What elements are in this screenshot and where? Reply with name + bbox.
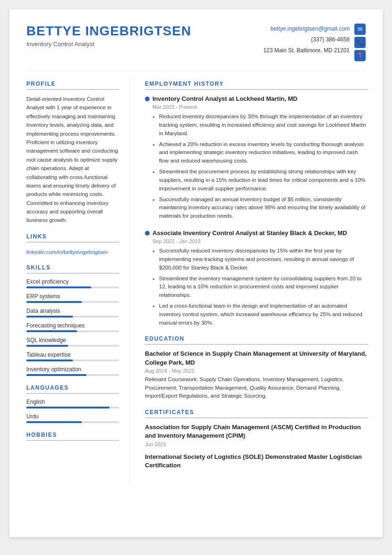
job-bullet: Successfully reduced inventory discrepan… <box>159 247 368 272</box>
cert-title: Association for Supply Chain Management … <box>145 423 368 440</box>
header-right: bettye.ingebrigtsen@gmail.com (337) 386-… <box>264 24 366 61</box>
skill-item: Excel proficiency <box>26 278 119 288</box>
skill-bar-bg <box>26 286 119 288</box>
education-item: Bachelor of Science in Supply Chain Mana… <box>145 350 368 400</box>
skill-bar-bg <box>26 330 119 332</box>
skill-bar-bg <box>26 301 119 303</box>
education-list: Bachelor of Science in Supply Chain Mana… <box>145 350 368 400</box>
left-column: PROFILE Detail-oriented Inventory Contro… <box>9 76 131 485</box>
skill-bar-bg <box>26 345 119 347</box>
skill-name: Inventory optimization <box>26 366 119 373</box>
job-title: Inventory Control Analyst at Lockheed Ma… <box>152 95 368 103</box>
job-dates: Mar 2023 - Present <box>152 104 368 110</box>
job-bullet: Led a cross-functional team in the desig… <box>159 302 368 327</box>
language-name: Urdu <box>26 413 119 420</box>
skill-bar-fill <box>26 359 73 361</box>
language-bar-bg <box>26 407 119 408</box>
email-link[interactable]: bettye.ingebrigtsen@gmail.com <box>271 25 350 32</box>
skill-bar-fill <box>26 316 73 318</box>
applicant-name: BETTYE INGEBRIGTSEN <box>26 24 191 39</box>
job-dates: Sep 2022 - Jan 2023 <box>152 238 368 244</box>
skill-bar-fill <box>26 374 87 376</box>
address: 123 Main St, Baltimore, MD 21201 <box>264 47 350 54</box>
job-item: Associate Inventory Control Analyst at S… <box>145 229 368 327</box>
job-bullets: Reduced inventory discrepancies by 30% t… <box>152 113 368 220</box>
job-bullet: Achieved a 20% reduction in excess inven… <box>159 140 368 165</box>
certificates-section-title: CERTIFICATES <box>145 409 368 418</box>
profile-section-title: PROFILE <box>26 81 119 90</box>
languages-list: English Urdu <box>26 399 119 423</box>
hobbies-section-title: HOBBIES <box>26 432 119 441</box>
links-section-title: LINKS <box>26 233 119 243</box>
job-bullet: Successfully managed an annual inventory… <box>159 196 368 220</box>
profile-text: Detail-oriented Inventory Control Analys… <box>26 95 119 225</box>
resume-container: BETTYE INGEBRIGTSEN Inventory Control An… <box>9 9 383 537</box>
skills-list: Excel proficiency ERP systems Data analy… <box>26 278 119 376</box>
education-section-title: EDUCATION <box>145 335 368 345</box>
jobs-list: Inventory Control Analyst at Lockheed Ma… <box>145 95 368 327</box>
language-item: Urdu <box>26 413 119 423</box>
job-title: Associate Inventory Control Analyst at S… <box>152 229 368 237</box>
linkedin-link[interactable]: linkedin.com/in/bettyeingebrigtsen <box>26 249 108 255</box>
skill-item: SQL knowledge <box>26 337 119 347</box>
skill-name: Excel proficiency <box>26 278 119 285</box>
cert-title: International Society of Logistics (SOLE… <box>145 453 368 470</box>
edu-title: Bachelor of Science in Supply Chain Mana… <box>145 350 368 367</box>
certificate-item: Association for Supply Chain Management … <box>145 423 368 447</box>
language-bar-fill <box>26 421 82 423</box>
job-bullet: Streamlined the inventory management sys… <box>159 275 368 300</box>
edu-text: Relevant Coursework: Supply Chain Operat… <box>145 375 368 400</box>
certificate-item: International Society of Logistics (SOLE… <box>145 453 368 470</box>
skill-bar-fill <box>26 345 68 347</box>
skill-item: Data analysis <box>26 308 119 318</box>
skill-name: SQL knowledge <box>26 337 119 343</box>
skill-item: Inventory optimization <box>26 366 119 376</box>
job-bullet: Reduced inventory discrepancies by 30% t… <box>159 113 368 138</box>
skills-section-title: SKILLS <box>26 264 119 274</box>
job-dot <box>145 231 150 236</box>
applicant-title: Inventory Control Analyst <box>26 41 191 48</box>
skill-name: ERP systems <box>26 293 119 300</box>
skill-bar-fill <box>26 301 82 303</box>
resume-header: BETTYE INGEBRIGTSEN Inventory Control An… <box>9 9 383 71</box>
resume-body: PROFILE Detail-oriented Inventory Contro… <box>9 71 383 485</box>
skill-name: Tableau expertise <box>26 351 119 358</box>
edu-dates: Aug 2018 - May 2022 <box>145 368 368 374</box>
certificates-list: Association for Supply Chain Management … <box>145 423 368 470</box>
skill-item: Tableau expertise <box>26 351 119 361</box>
skill-item: Forecasting techniques <box>26 322 119 332</box>
language-name: English <box>26 399 119 405</box>
language-bar-bg <box>26 421 119 423</box>
skill-bar-fill <box>26 286 91 288</box>
skill-name: Data analysis <box>26 308 119 314</box>
language-bar-fill <box>26 407 110 408</box>
employment-section-title: EMPLOYMENT HISTORY <box>145 81 368 90</box>
phone-number: (337) 386-4658 <box>311 36 350 43</box>
phone-icon: 📞 <box>354 37 366 48</box>
skill-bar-bg <box>26 359 119 361</box>
skill-bar-bg <box>26 316 119 318</box>
location-icon: 📍 <box>354 50 366 61</box>
job-dot <box>145 97 150 101</box>
languages-section-title: LANGUAGES <box>26 384 119 394</box>
job-item: Inventory Control Analyst at Lockheed Ma… <box>145 95 368 220</box>
contact-info: bettye.ingebrigtsen@gmail.com (337) 386-… <box>264 24 350 56</box>
skill-item: ERP systems <box>26 293 119 303</box>
skill-bar-fill <box>26 330 77 332</box>
job-bullets: Successfully reduced inventory discrepan… <box>152 247 368 327</box>
contact-icons: ✉ 📞 📍 <box>354 24 366 61</box>
skill-bar-bg <box>26 374 119 376</box>
right-column: EMPLOYMENT HISTORY Inventory Control Ana… <box>131 76 383 485</box>
cert-dates: Jun 2021 <box>145 441 368 447</box>
header-left: BETTYE INGEBRIGTSEN Inventory Control An… <box>26 24 191 48</box>
job-bullet: Streamlined the procurement process by e… <box>159 168 368 193</box>
skill-name: Forecasting techniques <box>26 322 119 329</box>
email-icon: ✉ <box>354 24 366 35</box>
language-item: English <box>26 399 119 408</box>
